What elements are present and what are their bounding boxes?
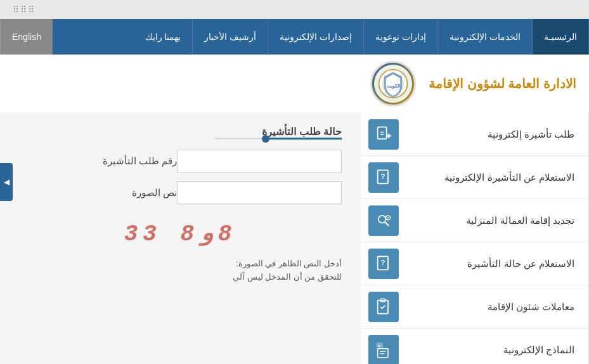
nav-management[interactable]: إدارات توعوية bbox=[364, 19, 438, 55]
svg-rect-4 bbox=[378, 127, 387, 139]
request-number-label: رقم طلب التأشيرة bbox=[75, 155, 177, 167]
svg-point-11 bbox=[379, 215, 386, 223]
svg-point-14 bbox=[387, 217, 389, 218]
document-plus-icon bbox=[368, 119, 399, 150]
search-gear-icon bbox=[368, 205, 399, 236]
page-header: الادارة العامة لشؤون الإقامة الكويت bbox=[0, 55, 589, 113]
sidebar-item-inquiry-visa[interactable]: الاستعلام عن التأشيرة الإلكترونية ? bbox=[361, 156, 588, 199]
document-plus-svg bbox=[375, 126, 392, 143]
nav-electronic-services[interactable]: الخدمات الإلكترونية bbox=[438, 19, 533, 55]
left-edge-button[interactable]: ◀ bbox=[0, 163, 13, 201]
svg-text:?: ? bbox=[380, 258, 385, 266]
image-text-row: نص الصورة bbox=[19, 181, 342, 204]
sidebar-item-label: الاستعلام عن التأشيرة الإلكترونية bbox=[399, 172, 574, 183]
svg-rect-21 bbox=[378, 348, 388, 357]
top-bar-dots: ⠿⠿⠿ bbox=[13, 4, 36, 15]
nav-news-archive[interactable]: أرشيف الأخبار bbox=[193, 19, 268, 55]
svg-text:الكويت: الكويت bbox=[387, 83, 400, 89]
nav-english[interactable]: English bbox=[0, 19, 53, 55]
top-bar: ⠿⠿⠿ bbox=[0, 0, 589, 19]
logo-inner: الكويت bbox=[374, 65, 412, 103]
left-edge-icon: ◀ bbox=[4, 178, 10, 186]
nav-electronic-issuances[interactable]: إصدارات الإلكترونية bbox=[268, 19, 364, 55]
request-number-input[interactable] bbox=[177, 150, 342, 172]
search-gear-svg bbox=[375, 212, 392, 230]
question-doc2-svg: ? bbox=[375, 255, 392, 273]
question-doc2-icon: ? bbox=[368, 249, 399, 279]
page-title: الادارة العامة لشؤون الإقامة bbox=[429, 76, 576, 91]
sidebar-item-electronic-visa[interactable]: طلب تأشيرة إلكترونية bbox=[361, 113, 588, 156]
captcha-instruction: أدخل النص الظاهر في الصورة: للتحقق من أن… bbox=[19, 257, 342, 284]
form-page-title: حالة طلب التأشيرة bbox=[262, 126, 342, 137]
sidebar-item-inquiry-status[interactable]: الاستعلام عن حالة التأشيرة ? bbox=[361, 242, 588, 285]
sidebar: طلب تأشيرة إلكترونية الاستعلام عن التأشي… bbox=[361, 113, 589, 364]
question-document-icon: ? bbox=[368, 162, 399, 193]
image-text-label: نص الصورة bbox=[75, 187, 177, 198]
nav-home[interactable]: الرئيسيـة bbox=[533, 19, 589, 55]
captcha-display: 8و8 33 bbox=[19, 213, 342, 254]
sidebar-item-residence-transactions[interactable]: معاملات شئون الإقامة bbox=[361, 285, 588, 328]
image-text-input[interactable] bbox=[177, 181, 342, 204]
sidebar-item-renew-residence[interactable]: تجديد إقامة العمالة المنزلية bbox=[361, 199, 588, 242]
main-container: طلب تأشيرة إلكترونية الاستعلام عن التأشي… bbox=[0, 113, 589, 364]
main-nav: الرئيسيـة الخدمات الإلكترونية إدارات توع… bbox=[0, 19, 589, 55]
captcha-area: 8و8 33 أدخل النص الظاهر في الصورة: للتحق… bbox=[19, 213, 342, 284]
e-forms-svg: e bbox=[375, 341, 392, 359]
nav-your-opinion[interactable]: يهمنا رايك bbox=[134, 19, 193, 55]
form-page-title-row: حالة طلب التأشيرة bbox=[19, 126, 342, 140]
sidebar-item-label: معاملات شئون الإقامة bbox=[399, 301, 574, 313]
sidebar-item-electronic-forms[interactable]: النماذج الإلكترونية e bbox=[361, 328, 588, 364]
svg-text:?: ? bbox=[380, 172, 385, 180]
sidebar-item-label: الاستعلام عن حالة التأشيرة bbox=[399, 258, 574, 270]
e-forms-icon: e bbox=[368, 335, 399, 365]
logo: الكويت bbox=[370, 61, 416, 107]
svg-line-12 bbox=[385, 222, 389, 226]
sidebar-item-label: النماذج الإلكترونية bbox=[399, 344, 574, 356]
form-section: حالة طلب التأشيرة رقم طلب التأشيرة نص ال… bbox=[0, 113, 361, 364]
clipboard-check-icon bbox=[368, 292, 399, 322]
question-document-svg: ? bbox=[375, 169, 392, 186]
sidebar-item-label: تجديد إقامة العمالة المنزلية bbox=[399, 215, 574, 226]
logo-emblem: الكويت bbox=[375, 66, 411, 101]
sidebar-item-label: طلب تأشيرة إلكترونية bbox=[399, 129, 574, 140]
clipboard-check-svg bbox=[375, 298, 392, 316]
request-number-row: رقم طلب التأشيرة bbox=[19, 150, 342, 172]
